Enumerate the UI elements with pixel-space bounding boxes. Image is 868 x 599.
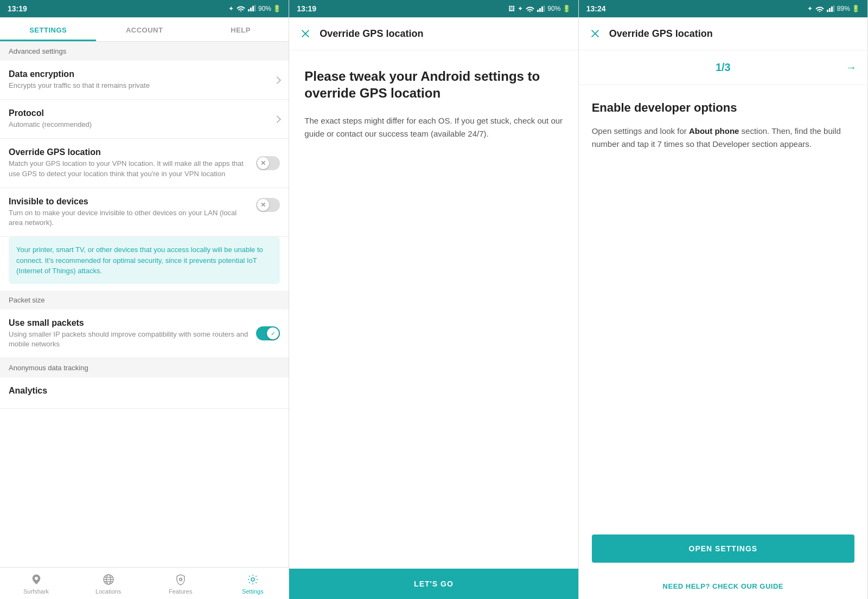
wizard-desc: Open settings and look for About phone s… (592, 125, 854, 151)
wizard-next-arrow[interactable]: → (846, 61, 857, 74)
signal-icon (248, 5, 256, 13)
analytics-title: Analytics (9, 386, 280, 396)
protocol-item[interactable]: Protocol Automatic (recommended) (0, 100, 289, 139)
wifi-icon (237, 5, 245, 13)
nav-features-label: Features (169, 588, 192, 595)
data-encryption-content: Data encryption Encrypts your traffic so… (9, 69, 269, 91)
override-gps-desc: Match your GPS location to your VPN loca… (9, 159, 250, 178)
status-icons-1: ✦ 90% 🔋 (228, 5, 281, 13)
invisible-devices-desc: Turn on to make your device invisible to… (9, 208, 250, 228)
gps-intro-content: Please tweak your Android settings to ov… (289, 50, 578, 569)
wizard-header-title: Override GPS location (609, 28, 713, 40)
need-help-link[interactable]: NEED HELP? CHECK OUR GUIDE (579, 574, 867, 599)
bluetooth-icon: ✦ (228, 5, 234, 12)
toggle-knob-packets: ✓ (267, 327, 279, 339)
battery-icon-2: 90% 🔋 (547, 5, 570, 12)
tab-help[interactable]: HELP (193, 17, 289, 41)
nav-locations[interactable]: Locations (72, 568, 144, 599)
override-gps-panel: 13:19 🖼 ✦ 90% 🔋 Override GPS location Pl… (289, 0, 578, 599)
svg-rect-19 (831, 7, 833, 12)
invisible-devices-content: Invisible to devices Turn on to make you… (9, 197, 250, 228)
svg-text:+: + (180, 577, 183, 582)
time-2: 13:19 (297, 4, 316, 13)
svg-rect-16 (544, 5, 545, 12)
bottom-nav: Surfshark Locations + (0, 567, 289, 599)
time-3: 13:24 (586, 4, 606, 13)
svg-rect-18 (829, 8, 831, 12)
data-encryption-title: Data encryption (9, 69, 269, 79)
wizard-desc-bold: About phone (689, 126, 739, 136)
time-1: 13:19 (8, 4, 27, 13)
gps-main-desc: The exact steps might differ for each OS… (304, 114, 563, 140)
override-gps-title: Override GPS location (9, 147, 250, 157)
invisible-devices-title: Invisible to devices (9, 197, 250, 207)
nav-surfshark[interactable]: Surfshark (0, 568, 72, 599)
small-packets-toggle[interactable]: ✓ (256, 326, 280, 340)
wizard-desc-text1: Open settings and look for (592, 126, 689, 136)
svg-rect-0 (248, 9, 250, 11)
x-icon (300, 28, 311, 39)
battery-icon-3: 89% 🔋 (837, 5, 860, 12)
override-gps-header: Override GPS location (289, 17, 578, 50)
battery-icon: 90% 🔋 (258, 5, 281, 12)
section-advanced: Advanced settings (0, 42, 289, 61)
surfshark-icon (30, 573, 43, 586)
svg-rect-13 (537, 10, 539, 12)
status-icons-3: ✦ 89% 🔋 (807, 5, 860, 12)
gps-main-title: Please tweak your Android settings to ov… (304, 68, 563, 101)
toggle-x-icon: ✕ (260, 159, 266, 167)
wizard-nav: 1/3 → (579, 50, 867, 85)
override-gps-header-title: Override GPS location (320, 28, 423, 40)
open-settings-button[interactable]: OPEN SETTINGS (592, 534, 854, 563)
wizard-close-button[interactable] (588, 26, 603, 41)
close-button[interactable] (298, 26, 313, 41)
override-gps-toggle[interactable]: ✕ (256, 156, 280, 170)
invisible-devices-toggle[interactable]: ✕ (256, 198, 280, 212)
override-gps-item[interactable]: Override GPS location Match your GPS loc… (0, 139, 289, 188)
toggle-knob-gps: ✕ (257, 157, 269, 169)
status-bar-2: 13:19 🖼 ✦ 90% 🔋 (289, 0, 578, 17)
nav-surfshark-label: Surfshark (23, 588, 49, 595)
nav-features[interactable]: + Features (144, 568, 216, 599)
globe-icon (102, 573, 115, 586)
nav-settings[interactable]: Settings (216, 568, 289, 599)
analytics-item[interactable]: Analytics (0, 377, 289, 409)
section-anonymous: Anonymous data tracking (0, 358, 289, 377)
data-encryption-chevron (273, 76, 281, 84)
settings-panel: 13:19 ✦ 90% 🔋 SETTINGS ACCOUNT HELP Adva… (0, 0, 289, 599)
data-encryption-item[interactable]: Data encryption Encrypts your traffic so… (0, 61, 289, 100)
section-packet-size: Packet size (0, 291, 289, 310)
small-packets-title: Use small packets (9, 318, 250, 328)
toggle-x-invisible: ✕ (260, 201, 266, 209)
bluetooth-icon-2: ✦ (518, 5, 523, 12)
gear-icon (246, 573, 259, 586)
svg-rect-2 (252, 6, 254, 11)
signal-icon-2 (537, 5, 545, 12)
wizard-header: Override GPS location (579, 17, 867, 50)
wifi-icon-3 (815, 5, 824, 12)
protocol-title: Protocol (9, 108, 269, 118)
override-gps-wizard-panel: 13:24 ✦ 89% 🔋 Override GPS location 1/3 … (579, 0, 868, 599)
toggle-check-packets: ✓ (271, 330, 276, 337)
small-packets-item[interactable]: Use small packets Using smaller IP packe… (0, 310, 289, 358)
screen-icon: 🖼 (508, 5, 515, 12)
invisible-devices-item[interactable]: Invisible to devices Turn on to make you… (0, 188, 289, 237)
tab-account[interactable]: ACCOUNT (96, 17, 192, 41)
lets-go-button[interactable]: LET'S GO (289, 569, 578, 599)
tab-settings[interactable]: SETTINGS (0, 17, 96, 41)
svg-rect-17 (827, 10, 828, 12)
data-encryption-desc: Encrypts your traffic so that it remains… (9, 81, 269, 91)
svg-rect-14 (539, 8, 541, 12)
x-icon-wizard (590, 28, 601, 39)
protocol-desc: Automatic (recommended) (9, 120, 269, 130)
analytics-content: Analytics (9, 386, 280, 397)
wizard-title: Enable developer options (592, 100, 854, 116)
shield-icon: + (174, 573, 187, 586)
invisible-devices-info-box: Your printer, smart TV, or other devices… (9, 237, 280, 284)
override-gps-content: Override GPS location Match your GPS loc… (9, 147, 250, 178)
wizard-step: 1/3 (716, 61, 731, 74)
small-packets-desc: Using smaller IP packets should improve … (9, 330, 250, 349)
status-bar-3: 13:24 ✦ 89% 🔋 (579, 0, 867, 17)
bluetooth-icon-3: ✦ (807, 5, 813, 12)
settings-scroll: Advanced settings Data encryption Encryp… (0, 42, 289, 567)
